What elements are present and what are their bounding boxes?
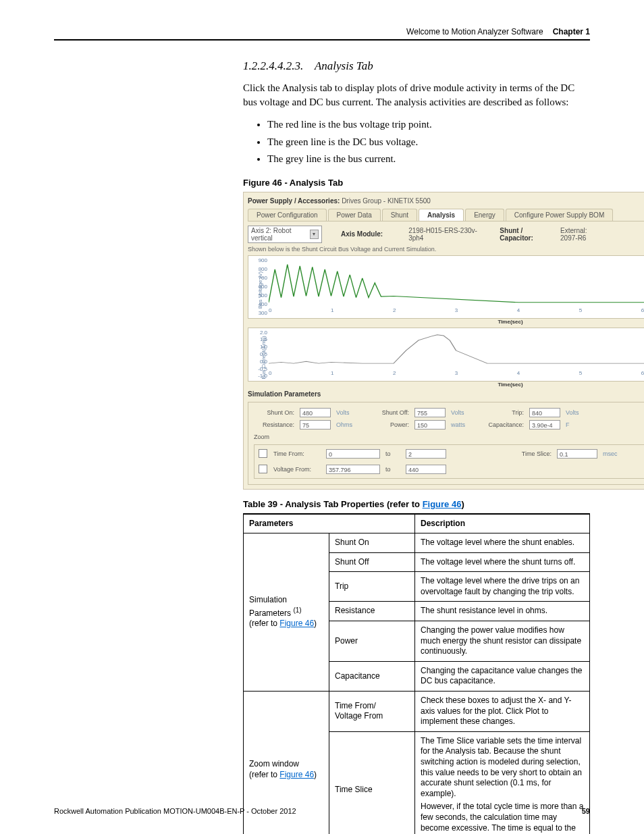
- group-simulation-parameters: Simulation Parameters (1) (refer to Figu…: [244, 533, 329, 692]
- breadcrumb-label: Power Supply / Accessories:: [248, 197, 340, 205]
- time-to-input[interactable]: 2: [406, 449, 446, 459]
- chapter-number: Chapter 1: [553, 27, 590, 36]
- trip-label: Trip:: [483, 409, 524, 416]
- time-from-input[interactable]: 0: [326, 449, 380, 459]
- tab-bar: Power Configuration Power Data Shunt Ana…: [248, 209, 644, 221]
- zoom-group: Time From: 0 to 2 Time Slice: 0.1 msec P…: [254, 444, 644, 479]
- bus-current-chart: Bus Current(Amp) 2.0 1.5 1.0 0.5 0.0 -0.…: [248, 328, 644, 382]
- capacitance-label: Capacitance:: [483, 421, 524, 428]
- param-time-voltage-from: Time From/Voltage From: [329, 692, 415, 732]
- properties-table: Parameters Description Simulation Parame…: [243, 513, 590, 835]
- desc-power: Changing the power value modifies how mu…: [415, 621, 590, 662]
- figure-caption: Figure 46 - Analysis Tab: [243, 178, 590, 188]
- param-time-slice: Time Slice: [329, 731, 415, 834]
- power-unit: watts: [451, 421, 478, 428]
- tab-power-data[interactable]: Power Data: [328, 209, 381, 221]
- capacitance-input[interactable]: 3.90e-4: [529, 420, 560, 429]
- desc-resistance: The shunt resistance level in ohms.: [415, 602, 590, 621]
- figure-analysis-tab: Power Supply / Accessories: Drives Group…: [243, 192, 644, 490]
- page-footer: Rockwell Automation Publication MOTION-U…: [54, 807, 590, 815]
- desc-shunt-on: The voltage level where the shunt enable…: [415, 533, 590, 553]
- shunt-off-unit: Volts: [451, 409, 478, 416]
- intro-paragraph: Click the Analysis tab to display plots …: [243, 81, 590, 109]
- trip-unit: Volts: [566, 409, 593, 416]
- param-shunt-off: Shunt Off: [329, 552, 415, 572]
- chart-description: Shown below is the Shunt Circuit Bus Vol…: [248, 246, 644, 253]
- desc-time-slice: The Time Slice variable sets the time in…: [415, 731, 590, 834]
- tab-configure-bom[interactable]: Configure Power Supply BOM: [506, 209, 613, 221]
- tab-energy[interactable]: Energy: [465, 209, 504, 221]
- section-title: Analysis Tab: [315, 59, 373, 72]
- trip-input[interactable]: 840: [529, 408, 560, 417]
- shunt-off-label: Shunt Off:: [369, 409, 409, 416]
- chevron-down-icon: ▾: [310, 230, 319, 239]
- shunt-capacitor-value: External: 2097-R6: [560, 227, 606, 242]
- time-slice-label: Time Slice:: [498, 450, 552, 457]
- desc-time-voltage-from: Check these boxes to adjust the X- and Y…: [415, 692, 590, 732]
- tab-analysis[interactable]: Analysis: [419, 209, 464, 221]
- table-caption: Table 39 - Analysis Tab Properties (refe…: [243, 499, 590, 509]
- sim-params-title: Simulation Parameters: [248, 390, 644, 398]
- shunt-on-label: Shunt On:: [254, 409, 294, 416]
- shunt-capacitor-label: Shunt / Capacitor:: [500, 227, 548, 242]
- shunt-off-input[interactable]: 755: [414, 408, 446, 417]
- shunt-on-input[interactable]: 480: [300, 408, 331, 417]
- voltage-from-label: Voltage From:: [273, 466, 321, 473]
- power-label: Power:: [369, 421, 409, 428]
- bullet-item: The green line is the DC bus voltage.: [267, 134, 590, 151]
- param-trip: Trip: [329, 572, 415, 602]
- axis-module-label: Axis Module:: [341, 230, 383, 238]
- tab-shunt[interactable]: Shunt: [382, 209, 417, 221]
- param-resistance: Resistance: [329, 602, 415, 621]
- time-from-checkbox[interactable]: [259, 449, 267, 458]
- voltage-from-checkbox[interactable]: [259, 465, 267, 473]
- bullet-list: The red line is the bus voltage trip poi…: [267, 116, 590, 168]
- col-description: Description: [415, 514, 590, 533]
- bus-voltage-chart: Bus Voltage (V) 900 800 700 600 500 400 …: [248, 255, 644, 319]
- running-header: Welcome to Motion Analyzer Software Chap…: [54, 27, 590, 41]
- power-input[interactable]: 150: [414, 420, 446, 429]
- bullet-item: The grey line is the bus current.: [267, 151, 590, 168]
- figure-46-link[interactable]: Figure 46: [423, 499, 462, 509]
- axis-dropdown[interactable]: Axis 2: Robot vertical ▾: [248, 226, 322, 243]
- publication-id: Rockwell Automation Publication MOTION-U…: [54, 807, 296, 815]
- shunt-on-unit: Volts: [336, 409, 363, 416]
- axis-module-value: 2198-H015-ERS-230v-3ph4: [408, 227, 478, 242]
- time-from-label: Time From:: [273, 450, 321, 457]
- tab-power-configuration[interactable]: Power Configuration: [248, 209, 327, 221]
- param-power: Power: [329, 621, 415, 662]
- desc-capacitance: Changing the capacitance value changes t…: [415, 661, 590, 691]
- voltage-to-label: to: [385, 466, 400, 473]
- param-shunt-on: Shunt On: [329, 533, 415, 553]
- resistance-label: Resistance:: [254, 421, 294, 428]
- voltage-to-input[interactable]: 440: [406, 465, 446, 474]
- section-number: 1.2.2.4.4.2.3.: [243, 59, 303, 72]
- desc-trip: The voltage level where the drive trips …: [415, 572, 590, 602]
- breadcrumb-value: Drives Group - KINETIX 5500: [342, 197, 431, 205]
- time-slice-input[interactable]: 0.1: [557, 449, 597, 459]
- time-slice-unit: msec: [603, 450, 637, 457]
- axis-dropdown-value: Axis 2: Robot vertical: [251, 227, 310, 242]
- chart2-xlabel: Time(sec): [498, 382, 522, 388]
- voltage-from-input[interactable]: 357.796: [326, 465, 380, 474]
- capacitance-unit: F: [566, 421, 593, 428]
- time-to-label: to: [385, 450, 400, 457]
- resistance-unit: Ohms: [336, 421, 363, 428]
- figure-46-link[interactable]: Figure 46: [279, 770, 314, 779]
- desc-shunt-off: The voltage level where the shunt turns …: [415, 552, 590, 572]
- chapter-title: Welcome to Motion Analyzer Software: [406, 27, 543, 36]
- resistance-input[interactable]: 75: [300, 420, 331, 429]
- simulation-parameters-group: Shunt On: 480 Volts Shunt Off: 755 Volts…: [248, 402, 644, 485]
- bullet-item: The red line is the bus voltage trip poi…: [267, 116, 590, 134]
- figure-46-link[interactable]: Figure 46: [279, 619, 314, 628]
- chart1-xlabel: Time(sec): [498, 319, 522, 325]
- zoom-title: Zoom: [254, 434, 644, 440]
- page-number: 59: [582, 807, 590, 815]
- col-parameters: Parameters: [244, 514, 415, 533]
- param-capacitance: Capacitance: [329, 661, 415, 691]
- section-heading: 1.2.2.4.4.2.3. Analysis Tab: [243, 59, 590, 73]
